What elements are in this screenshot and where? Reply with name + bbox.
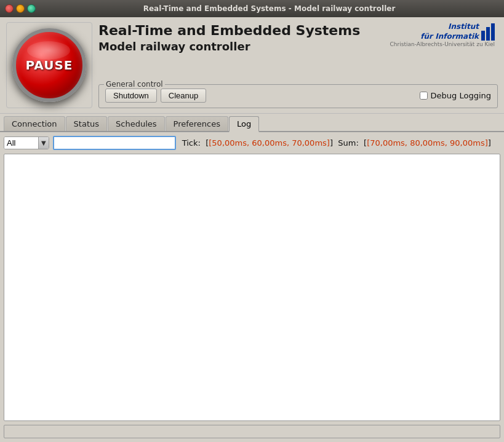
tick-values: [50,00ms, 60,00ms, 70,00ms] xyxy=(209,138,330,148)
filter-dropdown-arrow-icon[interactable]: ▼ xyxy=(38,137,49,149)
tabs-bar: Connection Status Schedules Preferences … xyxy=(0,114,504,132)
app-title-block: Real-Time and Embedded Systems Model rai… xyxy=(98,22,360,53)
sum-values: [70,00ms, 80,00ms, 90,00ms] xyxy=(367,138,488,148)
app-title-line1: Real-Time and Embedded Systems xyxy=(98,22,360,40)
university-name: Christian-Albrechts-Universität zu Kiel xyxy=(390,41,495,49)
header-right: Real-Time and Embedded Systems Model rai… xyxy=(98,22,498,108)
pause-button-container: PAUSE xyxy=(6,22,92,108)
institut-name-line1: Institut xyxy=(420,22,479,32)
tab-schedules[interactable]: Schedules xyxy=(108,116,165,131)
header-top: Real-Time and Embedded Systems Model rai… xyxy=(98,22,498,53)
main-window: PAUSE Real-Time and Embedded Systems Mod… xyxy=(0,17,504,442)
shutdown-button[interactable]: Shutdown xyxy=(105,89,157,103)
log-filter-row: All Info Warn Error ▼ Tick: [[50,00ms, 6… xyxy=(4,136,500,150)
window-title: Real-Time and Embedded Systems - Model r… xyxy=(39,4,499,13)
pause-label: PAUSE xyxy=(26,58,73,73)
institut-name-line2: für Informatik xyxy=(420,32,479,42)
close-button[interactable] xyxy=(5,4,14,13)
filter-select-wrapper: All Info Warn Error ▼ xyxy=(4,136,49,149)
maximize-button[interactable] xyxy=(27,4,36,13)
tick-label-text: Tick: xyxy=(182,138,201,148)
tick-label: Tick: [[50,00ms, 60,00ms, 70,00ms]] Sum:… xyxy=(182,138,491,148)
filter-select[interactable]: All Info Warn Error xyxy=(4,137,38,149)
tab-connection[interactable]: Connection xyxy=(4,116,65,131)
tab-preferences[interactable]: Preferences xyxy=(166,116,228,131)
institut-logo: Institut für Informatik Christian-Albrec… xyxy=(390,22,498,49)
header: PAUSE Real-Time and Embedded Systems Mod… xyxy=(0,17,504,114)
general-control-legend: General control xyxy=(104,80,165,89)
status-bar xyxy=(4,425,500,438)
window-controls xyxy=(5,4,36,13)
debug-area: Debug Logging xyxy=(420,91,491,100)
logo-bars-icon xyxy=(481,23,495,41)
filter-search-input[interactable] xyxy=(53,136,176,150)
debug-logging-checkbox[interactable] xyxy=(420,92,428,100)
log-area: All Info Warn Error ▼ Tick: [[50,00ms, 6… xyxy=(0,132,504,442)
pause-button[interactable]: PAUSE xyxy=(12,28,86,102)
general-control-group: General control Shutdown Cleanup Debug L… xyxy=(98,84,498,108)
debug-logging-label: Debug Logging xyxy=(431,91,491,100)
tab-log[interactable]: Log xyxy=(229,116,259,132)
app-title-line2: Model railway controller xyxy=(98,40,360,53)
cleanup-button[interactable]: Cleanup xyxy=(161,89,206,103)
minimize-button[interactable] xyxy=(16,4,25,13)
sum-label-text: Sum: xyxy=(338,138,359,148)
titlebar: Real-Time and Embedded Systems - Model r… xyxy=(0,0,504,17)
log-output[interactable] xyxy=(4,154,500,421)
tab-status[interactable]: Status xyxy=(66,116,107,131)
